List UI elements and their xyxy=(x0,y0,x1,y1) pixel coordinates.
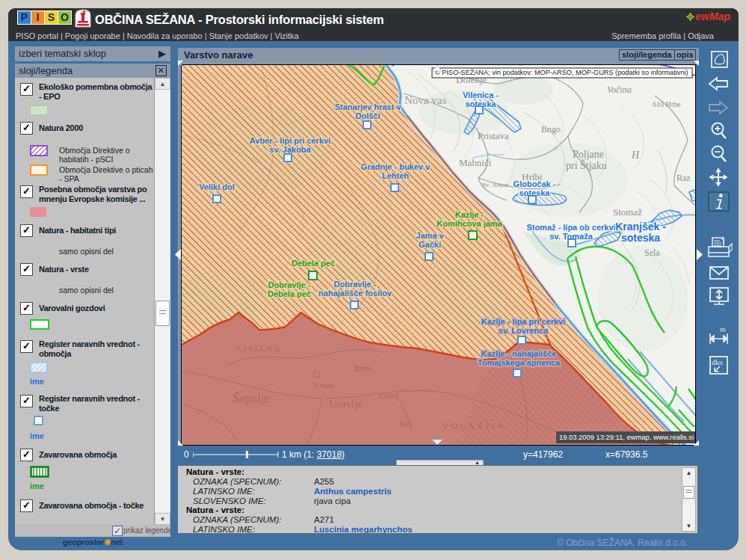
svg-text:V vasi: V vasi xyxy=(312,381,333,390)
svg-text:Pristava: Pristava xyxy=(478,130,509,141)
svg-text:Kazlje - nahajališče: Kazlje - nahajališče xyxy=(481,349,557,358)
svg-text:Nova vas: Nova vas xyxy=(404,94,446,106)
svg-text:Kazlje -: Kazlje - xyxy=(455,210,484,219)
svg-text:Dobravlje -: Dobravlje - xyxy=(268,280,311,289)
svg-text:19.03.2009 13:29:11, ewmap, ww: 19.03.2009 13:29:11, ewmap, www.realis.s… xyxy=(559,433,694,441)
svg-text:sv. Lovrenca: sv. Lovrenca xyxy=(499,326,549,335)
svg-text:Mahniči: Mahniči xyxy=(459,157,492,168)
svg-text:LISICNA: LISICNA xyxy=(237,345,282,353)
svg-text:Dolšči: Dolšči xyxy=(355,111,380,120)
svg-text:Dobravlje -: Dobravlje - xyxy=(334,280,377,289)
svg-text:Veliki dol: Veliki dol xyxy=(199,182,235,191)
svg-text:610 Hrbe: 610 Hrbe xyxy=(653,100,681,108)
svg-text:Jama v: Jama v xyxy=(416,231,444,240)
svg-text:Raz: Raz xyxy=(676,173,691,183)
svg-text:Lehteh: Lehteh xyxy=(382,171,409,180)
svg-text:Komihcova jama: Komihcova jama xyxy=(437,219,502,228)
svg-text:pri Štjaku: pri Štjaku xyxy=(566,159,607,171)
svg-text:H: H xyxy=(631,150,640,161)
svg-text:Gački: Gački xyxy=(419,240,441,249)
svg-text:Bngo: Bngo xyxy=(541,124,561,135)
svg-text:Gradnje - bukev v: Gradnje - bukev v xyxy=(361,162,431,171)
svg-text:Tomajskega apnenca: Tomajskega apnenca xyxy=(478,358,561,367)
svg-text:Vočina: Vočina xyxy=(607,84,632,95)
svg-text:Sela: Sela xyxy=(644,247,660,258)
svg-text:nahajališče fosilov: nahajališče fosilov xyxy=(318,289,392,298)
svg-text:Debela peč: Debela peč xyxy=(292,259,335,268)
svg-text:Brith: Brith xyxy=(354,363,372,372)
svg-text:Šepulje: Šepulje xyxy=(233,391,269,405)
svg-text:Stomaž: Stomaž xyxy=(613,206,642,218)
svg-text:Sv. Anton: Sv. Anton xyxy=(482,181,509,188)
svg-text:sv. Jakoba: sv. Jakoba xyxy=(269,145,311,154)
svg-text:Kazlje - lipa pri cerkvi: Kazlje - lipa pri cerkvi xyxy=(481,317,566,326)
svg-text:© PISO-SEŽANA; viri podatkov:: © PISO-SEŽANA; viri podatkov: MOP-ARSO, … xyxy=(435,69,688,76)
svg-text:Stanarjev hrast v: Stanarjev hrast v xyxy=(335,102,402,111)
svg-text:Poljane: Poljane xyxy=(573,149,604,160)
svg-text:Debela peč: Debela peč xyxy=(268,289,311,298)
svg-text:Utovlje: Utovlje xyxy=(329,398,363,410)
svg-text:Globočak -: Globočak - xyxy=(514,179,556,188)
svg-text:Vilenica -: Vilenica - xyxy=(463,90,499,99)
svg-text:Grbci: Grbci xyxy=(380,391,398,400)
svg-text:Stomaž - lipa ob cerkvi: Stomaž - lipa ob cerkvi xyxy=(526,223,615,232)
svg-text:m: m xyxy=(720,326,726,333)
svg-text:DOL: DOL xyxy=(399,420,413,428)
svg-text:Avber - lipi pri cerkvi: Avber - lipi pri cerkvi xyxy=(250,136,330,145)
svg-text:Kranjšek -: Kranjšek - xyxy=(615,221,666,233)
svg-text:soteska: soteska xyxy=(621,232,660,244)
svg-text:dkn: dkn xyxy=(712,359,723,367)
